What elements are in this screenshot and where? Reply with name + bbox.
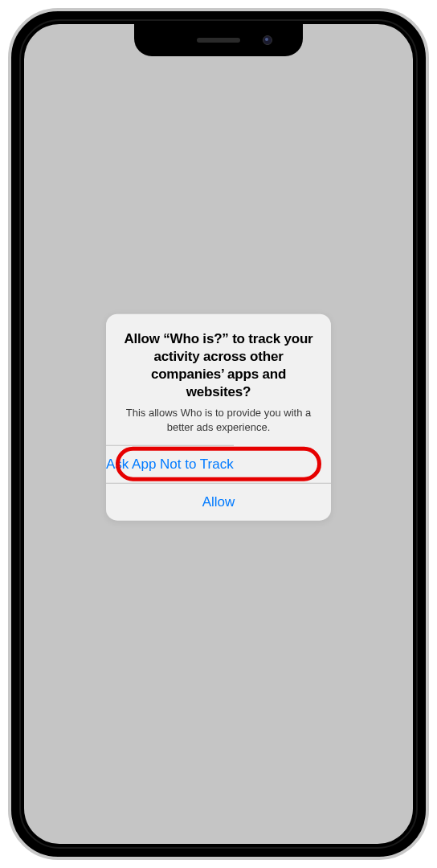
phone-frame: Allow “Who is?” to track your activity a… <box>8 8 429 860</box>
alert-buttons: Ask App Not to Track Allow <box>106 445 331 521</box>
ask-app-not-to-track-button[interactable]: Ask App Not to Track <box>106 445 234 483</box>
alert-header: Allow “Who is?” to track your activity a… <box>106 314 331 445</box>
front-camera-icon <box>263 35 272 45</box>
alert-message: This allows Who is to provide you with a… <box>119 406 318 434</box>
allow-button[interactable]: Allow <box>106 483 331 521</box>
alert-title: Allow “Who is?” to track your activity a… <box>119 330 318 401</box>
speaker-grille <box>197 38 240 43</box>
notch <box>134 24 303 56</box>
deny-button-wrapper: Ask App Not to Track <box>106 445 331 483</box>
screen: Allow “Who is?” to track your activity a… <box>24 24 413 844</box>
tracking-permission-alert: Allow “Who is?” to track your activity a… <box>106 314 331 521</box>
phone-inner: Allow “Who is?” to track your activity a… <box>19 19 418 849</box>
